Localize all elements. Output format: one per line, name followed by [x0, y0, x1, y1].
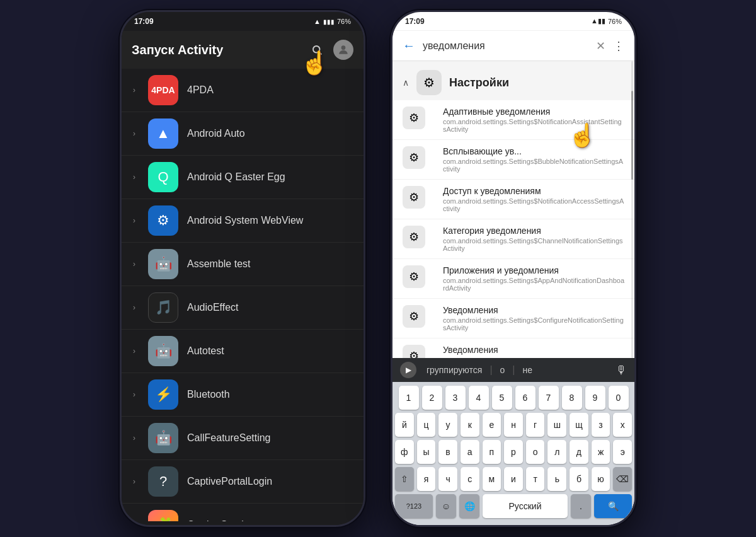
app-chevron: ›: [129, 129, 139, 138]
key-5[interactable]: 5: [492, 386, 512, 410]
search-input[interactable]: [423, 40, 588, 52]
avatar[interactable]: [333, 40, 353, 60]
section-chevron[interactable]: ∧: [403, 78, 409, 88]
scroll-thumb: [631, 91, 633, 180]
settings-item-icon: ⚙: [403, 345, 425, 358]
app-name: Android Auto: [187, 128, 356, 139]
key-8[interactable]: 8: [562, 386, 582, 410]
app-list-item[interactable]: › 🤖 CallFeatureSetting: [122, 417, 364, 460]
key-с[interactable]: с: [461, 467, 479, 491]
app-list-item[interactable]: › 4PDA 4PDA: [122, 69, 364, 112]
key-п[interactable]: п: [483, 440, 501, 464]
app-list-item[interactable]: › Q Android Q Easter Egg: [122, 156, 364, 199]
app-chevron: ›: [129, 347, 139, 355]
keyboard-row-numbers: 1 2 3 4 5 6 7 8 9 0: [395, 386, 632, 410]
settings-item-icon: ⚙: [403, 305, 425, 328]
key-ф[interactable]: ф: [395, 440, 414, 464]
settings-item[interactable]: ⚙ Приложения и уведомления com.android.s…: [392, 259, 634, 299]
settings-item[interactable]: ⚙ Уведомления: [392, 338, 634, 358]
key-9[interactable]: 9: [585, 386, 605, 410]
key-1[interactable]: 1: [399, 386, 419, 410]
key-ц[interactable]: ц: [417, 413, 436, 437]
search-key[interactable]: 🔍: [594, 494, 632, 518]
key-б[interactable]: б: [570, 467, 588, 491]
app-list-item[interactable]: › 🤖 Autotest: [122, 330, 364, 373]
key-и[interactable]: и: [504, 467, 523, 491]
key-о[interactable]: о: [526, 440, 545, 464]
app-list-item[interactable]: › 🤖 Assemble test: [122, 243, 364, 286]
key-7[interactable]: 7: [539, 386, 559, 410]
space-key[interactable]: Русский: [483, 494, 568, 518]
settings-item-text: Уведомления: [443, 345, 624, 355]
key-р[interactable]: р: [504, 440, 523, 464]
key-у[interactable]: у: [438, 413, 457, 437]
settings-section-icon: ⚙: [416, 70, 442, 95]
search-icon[interactable]: [308, 41, 326, 59]
numbers-switch-key[interactable]: ?123: [395, 494, 433, 518]
key-н[interactable]: н: [504, 413, 523, 437]
more-options-button[interactable]: ⋮: [613, 39, 624, 53]
key-к[interactable]: к: [461, 413, 479, 437]
key-щ[interactable]: щ: [570, 413, 588, 437]
autocomplete-words: группируются | о | не: [421, 364, 610, 376]
settings-item[interactable]: ⚙ Адаптивные уведомления com.android.set…: [392, 100, 634, 140]
app-chevron: ›: [129, 86, 139, 95]
app-list-item[interactable]: › ⚙ Android System WebView: [122, 199, 364, 243]
key-ю[interactable]: ю: [592, 467, 610, 491]
app-list-item[interactable]: › ⚡ Bluetooth: [122, 373, 364, 417]
key-э[interactable]: э: [613, 440, 632, 464]
phone-1: 17:09 ▲ ▮▮▮ 76% Запуск Activity: [120, 10, 365, 527]
back-button[interactable]: ←: [403, 38, 415, 53]
settings-item[interactable]: ⚙ Уведомления com.android.settings.Setti…: [392, 299, 634, 338]
settings-item-title: Уведомления: [443, 345, 624, 355]
autocomplete-word-2[interactable]: о: [495, 365, 510, 375]
settings-item-title: Уведомления: [443, 305, 624, 315]
backspace-key[interactable]: ⌫: [613, 467, 632, 491]
key-х[interactable]: х: [613, 413, 632, 437]
key-л[interactable]: л: [547, 440, 566, 464]
app-list-item[interactable]: › 🧩 Carrier Services: [122, 504, 364, 521]
language-key[interactable]: 🌐: [459, 494, 479, 518]
key-3[interactable]: 3: [445, 386, 466, 410]
app-list-item[interactable]: › ? CaptivePortalLogin: [122, 460, 364, 504]
autocomplete-word-1[interactable]: группируются: [421, 365, 487, 375]
key-6[interactable]: 6: [515, 386, 536, 410]
settings-item-icon: ⚙: [403, 146, 425, 169]
app-icon: Q: [148, 162, 178, 192]
period-key[interactable]: .: [571, 494, 591, 518]
key-з[interactable]: з: [592, 413, 610, 437]
app-icon: 🤖: [148, 423, 178, 453]
settings-item[interactable]: ⚙ Всплывающие ув... com.android.settings…: [392, 140, 634, 180]
keyboard-rows: 1 2 3 4 5 6 7 8 9 0 й ц у к е: [392, 382, 634, 525]
key-4[interactable]: 4: [469, 386, 489, 410]
key-ь[interactable]: ь: [547, 467, 566, 491]
status-bar-2: 17:09 ▲▮▮ 76%: [392, 12, 634, 31]
key-ч[interactable]: ч: [438, 467, 457, 491]
key-ж[interactable]: ж: [592, 440, 610, 464]
autocomplete-word-3[interactable]: не: [517, 365, 537, 375]
app-list-item[interactable]: › ▲ Android Auto: [122, 112, 364, 156]
app-list-item[interactable]: › 🎵 AudioEffect: [122, 286, 364, 330]
key-в[interactable]: в: [438, 440, 457, 464]
send-button[interactable]: ▶: [400, 362, 416, 378]
key-я[interactable]: я: [417, 467, 436, 491]
key-м[interactable]: м: [483, 467, 501, 491]
key-2[interactable]: 2: [422, 386, 442, 410]
key-ш[interactable]: ш: [547, 413, 566, 437]
key-т[interactable]: т: [526, 467, 545, 491]
shift-key[interactable]: ⇧: [395, 467, 414, 491]
key-й[interactable]: й: [395, 413, 414, 437]
key-0[interactable]: 0: [609, 386, 629, 410]
key-ы[interactable]: ы: [417, 440, 436, 464]
close-search-button[interactable]: ✕: [596, 39, 605, 53]
key-г[interactable]: г: [526, 413, 545, 437]
settings-item-icon: ⚙: [403, 265, 425, 288]
settings-item-text: Доступ к уведомлениям com.android.settin…: [443, 186, 624, 212]
key-е[interactable]: е: [483, 413, 501, 437]
emoji-key[interactable]: ☺: [436, 494, 456, 518]
settings-item[interactable]: ⚙ Доступ к уведомлениям com.android.sett…: [392, 180, 634, 219]
microphone-icon[interactable]: 🎙: [616, 364, 627, 377]
settings-item[interactable]: ⚙ Категория уведомления com.android.sett…: [392, 219, 634, 259]
key-а[interactable]: а: [461, 440, 479, 464]
key-д[interactable]: д: [570, 440, 588, 464]
